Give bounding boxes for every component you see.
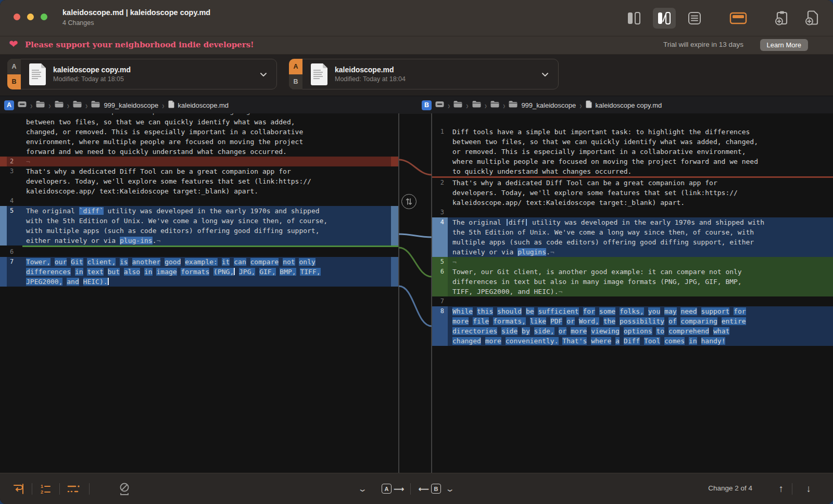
code-line: differences in text but also in image fo… (22, 267, 321, 277)
chevron-separator-icon: › (466, 100, 468, 111)
merge-a-to-b-button[interactable]: A⟶ (382, 473, 404, 504)
breadcrumb-item[interactable] (472, 100, 481, 110)
folder-icon (453, 100, 462, 110)
code-line: or removed. This is especially important… (448, 147, 746, 157)
line-number: 4 (432, 217, 448, 227)
ignore-whitespace-icon[interactable] (118, 482, 131, 496)
file-selector-right[interactable]: A B kaleidoscope.md Modified: Today at 1… (289, 59, 559, 89)
gutter-strip (0, 186, 7, 196)
breadcrumb-item[interactable] (36, 100, 45, 110)
previous-change-button[interactable]: ↑ (779, 473, 784, 504)
breadcrumb-item[interactable] (435, 100, 444, 110)
breadcrumb-item[interactable]: kaleidoscope.md (168, 100, 229, 110)
merge-left-menu[interactable]: ⌄ (359, 473, 366, 504)
line-number (7, 137, 22, 147)
code-line: Tower, our Git client, is another good e… (448, 267, 742, 277)
merge-b-to-a-button[interactable]: ⟵B (419, 473, 441, 504)
fluid-view-icon[interactable] (653, 8, 676, 29)
code-line: to quickly understand what changes occur… (448, 166, 632, 176)
divider (410, 473, 411, 504)
document-icon (310, 63, 329, 86)
add-from-clipboard-icon[interactable] (771, 8, 793, 29)
close-button[interactable] (14, 14, 20, 20)
file-name: kaleidoscope copy.md (53, 66, 131, 74)
file-icon (168, 100, 174, 110)
breadcrumb-item[interactable] (55, 100, 64, 110)
two-pane-view-icon[interactable] (623, 8, 646, 29)
banner-message: Please support your neighborhood indie d… (25, 40, 254, 49)
text-scope-icon[interactable] (727, 8, 750, 29)
file-selector-left[interactable]: A B kaleidoscope copy.md Modified: Today… (7, 59, 277, 89)
breadcrumb-item[interactable] (490, 100, 499, 110)
breadcrumb-label: 999_kaleidoscope (521, 101, 576, 109)
line-number (432, 188, 448, 198)
line-number: 4 (7, 196, 22, 206)
chevron-down-icon[interactable] (259, 70, 268, 79)
folder-icon (509, 100, 518, 110)
code-line: Diff tools have a simple but important t… (448, 127, 750, 137)
file-modified: Modified: Today at 18:05 (53, 75, 131, 83)
code-line: environment, where multiple people are f… (22, 137, 303, 147)
unified-view-icon[interactable] (683, 8, 706, 29)
empty-area (0, 287, 398, 473)
line-number (432, 157, 448, 166)
chevron-separator-icon: › (48, 100, 51, 111)
code-line: developers. Today, we'll explore some fe… (448, 188, 738, 198)
gutter-strip (0, 196, 7, 206)
folder-icon (55, 100, 64, 110)
breadcrumb-item[interactable] (73, 100, 82, 110)
code-line: JPEG2000, and HEIC). (22, 277, 109, 287)
breadcrumb-item[interactable]: kaleidoscope copy.md (586, 100, 662, 110)
gutter-strip (0, 166, 7, 176)
badge-b: B (7, 74, 21, 90)
diff-block: 6Tower, our Git client, is another good … (432, 267, 833, 296)
line-number (7, 277, 22, 287)
gutter-strip (0, 216, 7, 226)
text-caret (108, 278, 109, 285)
breadcrumb-item[interactable]: 999_kaleidoscope (509, 100, 576, 110)
code-line (22, 196, 26, 206)
diff-block: 5¬ (432, 257, 833, 267)
wrap-lines-icon[interactable] (11, 482, 25, 496)
line-number: 5 (7, 206, 22, 216)
code-line: either natively or via plug-ins.¬ (22, 236, 160, 245)
chevron-down-icon[interactable] (540, 70, 550, 79)
line-number: 5 (432, 257, 448, 267)
line-number (7, 117, 22, 127)
line-number (432, 137, 448, 147)
pane-badge-a: A (4, 100, 14, 110)
code-line: where multiple people are focused on mov… (448, 157, 758, 166)
chevron-separator-icon: › (579, 100, 582, 111)
change-markers-icon[interactable] (67, 482, 82, 496)
merge-right-menu[interactable]: ⌄ (447, 473, 453, 504)
divider (792, 473, 792, 504)
diff-block: 8While this should be sufficient for som… (432, 306, 833, 346)
diff-block: 4 (0, 196, 398, 206)
breadcrumb-item[interactable] (453, 100, 462, 110)
code-line: That's why a dedicated Diff Tool can be … (448, 178, 717, 188)
line-number: 2 (7, 157, 22, 166)
diff-block: 4The original diff utility was developed… (432, 217, 833, 257)
next-change-button[interactable]: ↓ (806, 473, 812, 504)
breadcrumb-item[interactable]: 999_kaleidoscope (91, 100, 158, 110)
line-numbers-icon[interactable]: 12 (39, 482, 53, 496)
line-number: 8 (432, 306, 448, 316)
add-file-icon[interactable] (801, 8, 824, 29)
line-number: 6 (7, 247, 22, 257)
minimize-button[interactable] (27, 14, 34, 20)
line-number (432, 227, 448, 237)
code-line: between two files, so that we can quickl… (448, 137, 758, 147)
gutter-strip (0, 157, 7, 166)
learn-more-button[interactable]: Learn More (760, 39, 808, 51)
gutter-strip (0, 226, 7, 236)
chevron-separator-icon: › (448, 100, 450, 111)
change-connectors (399, 113, 432, 473)
line-number (432, 166, 448, 176)
code-line: multiple apps (such as code editors) off… (448, 237, 754, 247)
code-line: The original diff utility was developed … (448, 217, 764, 227)
breadcrumb-item[interactable] (18, 100, 27, 110)
diff-pane-a[interactable]: Diff tools have a simple but important t… (0, 113, 398, 473)
diff-pane-b[interactable]: 1Diff tools have a simple but important … (432, 113, 833, 473)
zoom-button[interactable] (41, 14, 47, 20)
code-line: Tower, our Git client, is another good e… (22, 257, 315, 267)
